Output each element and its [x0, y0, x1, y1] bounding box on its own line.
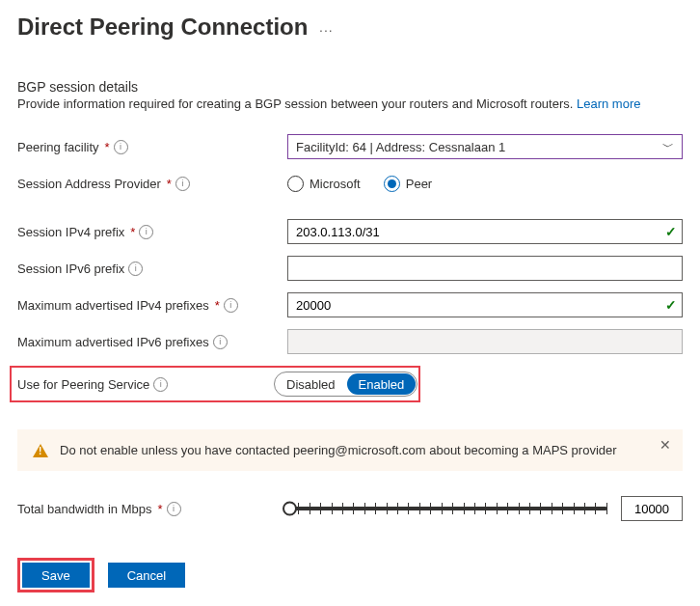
sap-ms-text: Microsoft	[310, 177, 361, 191]
more-icon[interactable]: ···	[319, 22, 334, 38]
peering-service-highlight: Use for Peering Service i Disabled Enabl…	[10, 366, 420, 402]
facility-value: FacilityId: 64 | Address: Cessnalaan 1	[296, 140, 505, 154]
sap-label: Session Address Provider	[17, 177, 161, 191]
section-subtext: Provide information required for creatin…	[17, 96, 683, 111]
info-icon[interactable]: i	[139, 225, 153, 239]
toggle-disabled[interactable]: Disabled	[275, 372, 347, 396]
check-icon: ✓	[665, 224, 677, 239]
required-mark: *	[167, 177, 172, 191]
ipv6-label: Session IPv6 prefix	[17, 262, 124, 276]
maps-warning-alert: Do not enable unless you have contacted …	[17, 429, 683, 471]
alert-text: Do not enable unless you have contacted …	[60, 443, 617, 457]
max-ipv4-input[interactable]	[287, 292, 683, 317]
max6-label: Maximum advertised IPv6 prefixes	[17, 335, 209, 349]
toggle-enabled[interactable]: Enabled	[347, 373, 417, 395]
info-icon[interactable]: i	[128, 262, 143, 276]
required-mark: *	[215, 298, 220, 313]
facility-label: Peering facility	[17, 140, 99, 154]
close-icon[interactable]: ✕	[660, 437, 671, 453]
chevron-down-icon: ﹀	[662, 139, 674, 155]
max4-label: Maximum advertised IPv4 prefixes	[17, 298, 209, 313]
slider-thumb[interactable]	[283, 502, 297, 516]
sap-peer-text: Peer	[406, 177, 432, 191]
ipv4-label: Session IPv4 prefix	[17, 225, 124, 239]
check-icon: ✓	[665, 297, 677, 313]
info-icon[interactable]: i	[153, 377, 168, 392]
required-mark: *	[157, 502, 162, 516]
info-icon[interactable]: i	[114, 140, 128, 154]
page-title: Direct Peering Connection	[17, 14, 308, 41]
required-mark: *	[105, 140, 110, 154]
sap-radio-microsoft[interactable]: Microsoft	[287, 176, 361, 192]
bandwidth-input[interactable]	[621, 496, 683, 521]
section-heading: BGP session details	[17, 79, 683, 95]
sap-radio-peer[interactable]: Peer	[384, 176, 432, 192]
facility-select[interactable]: FacilityId: 64 | Address: Cessnalaan 1 ﹀	[287, 134, 683, 159]
info-icon[interactable]: i	[213, 335, 228, 349]
required-mark: *	[130, 225, 135, 239]
bandwidth-slider[interactable]	[287, 498, 607, 519]
bw-label: Total bandwidth in Mbps	[17, 502, 151, 516]
info-icon[interactable]: i	[167, 502, 181, 516]
peering-service-toggle[interactable]: Disabled Enabled	[274, 372, 417, 397]
info-icon[interactable]: i	[175, 177, 190, 191]
ipv4-input[interactable]	[287, 219, 683, 244]
info-icon[interactable]: i	[224, 298, 238, 313]
save-button[interactable]: Save	[22, 563, 90, 588]
radio-unchecked-icon	[287, 176, 304, 192]
save-highlight: Save	[17, 558, 94, 592]
ufps-label: Use for Peering Service	[17, 377, 149, 392]
radio-checked-icon	[384, 176, 400, 192]
sap-radio-group: Microsoft Peer	[287, 176, 683, 192]
cancel-button[interactable]: Cancel	[108, 563, 185, 588]
section-sub-text: Provide information required for creatin…	[17, 96, 577, 111]
warning-icon	[33, 444, 48, 457]
ipv6-input[interactable]	[287, 256, 683, 281]
max-ipv6-input-disabled	[287, 329, 683, 354]
learn-more-link[interactable]: Learn more	[577, 96, 640, 111]
